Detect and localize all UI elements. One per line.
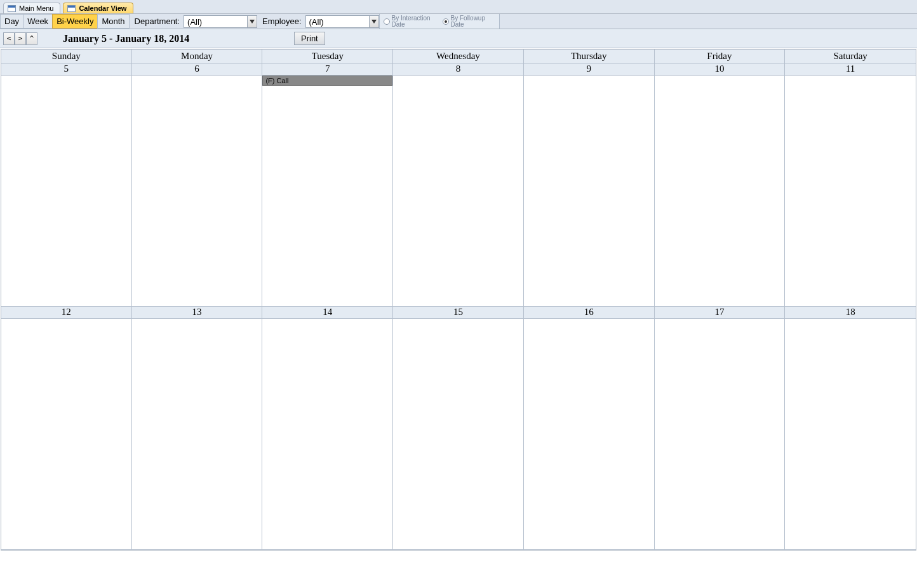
day-cell[interactable] [524,76,655,307]
tab-calendar-view[interactable]: Calendar View [63,3,133,13]
day-header-row: Sunday Monday Tuesday Wednesday Thursday… [1,50,916,63]
employee-label: Employee: [257,14,305,29]
nav-buttons: < > ^ [3,32,37,45]
radio-by-interaction[interactable]: By Interaction Date [384,15,436,28]
view-biweekly-button[interactable]: Bi-Weekly [52,14,97,29]
day-header: Monday [132,50,263,63]
date-num-row: 12 13 14 15 16 17 18 [1,307,916,319]
nav-row: < > ^ January 5 - January 18, 2014 Print [0,29,917,48]
date-num-row: 5 6 7 8 9 10 11 [1,63,916,76]
calendar-grid: Sunday Monday Tuesday Wednesday Thursday… [1,49,916,551]
date-number[interactable]: 8 [393,63,524,76]
up-button[interactable]: ^ [26,32,37,45]
date-number[interactable]: 18 [785,307,916,319]
day-header: Sunday [1,50,132,63]
day-cell[interactable] [132,319,263,550]
date-number[interactable]: 17 [655,307,786,319]
date-number[interactable]: 12 [1,307,132,319]
date-number[interactable]: 7 [262,63,393,76]
date-number[interactable]: 13 [132,307,263,319]
radio-icon [443,18,449,25]
radio-label: By Followup Date [451,15,495,28]
svg-marker-0 [250,20,255,23]
date-number[interactable]: 6 [132,63,263,76]
day-cell[interactable] [655,319,786,550]
dropdown-icon[interactable] [247,15,257,28]
date-number[interactable]: 10 [655,63,786,76]
day-cell[interactable] [785,319,916,550]
day-header: Tuesday [262,50,393,63]
day-cell[interactable] [785,76,916,307]
day-header: Thursday [524,50,655,63]
tab-label: Main Menu [19,4,53,12]
toolbar: Day Week Bi-Weekly Month Department: Emp… [0,14,917,29]
date-number[interactable]: 16 [524,307,655,319]
day-cell[interactable] [393,76,524,307]
day-cell[interactable] [132,76,263,307]
next-button[interactable]: > [15,32,26,45]
tab-label: Calendar View [79,4,126,12]
svg-marker-1 [371,20,377,23]
week-row [1,319,916,550]
date-number[interactable]: 11 [785,63,916,76]
day-cell[interactable] [1,76,132,307]
week-row: (F) Call [1,76,916,307]
view-day-button[interactable]: Day [0,14,23,29]
calendar-event[interactable]: (F) Call [262,76,392,86]
print-button[interactable]: Print [294,32,325,45]
day-header: Friday [655,50,786,63]
employee-input[interactable] [305,15,369,28]
day-header: Wednesday [393,50,524,63]
department-combo[interactable] [184,15,257,28]
day-cell[interactable] [1,319,132,550]
form-icon [67,5,76,12]
day-cell[interactable]: (F) Call [262,76,393,307]
date-number[interactable]: 5 [1,63,132,76]
date-number[interactable]: 15 [393,307,524,319]
dropdown-icon[interactable] [369,15,379,28]
date-range-label: January 5 - January 18, 2014 [63,33,189,44]
date-number[interactable]: 9 [524,63,655,76]
date-filter-radio-group: By Interaction Date By Followup Date [379,14,500,29]
day-cell[interactable] [655,76,786,307]
prev-button[interactable]: < [3,32,15,45]
date-number[interactable]: 14 [262,307,393,319]
radio-label: By Interaction Date [392,15,436,28]
day-cell[interactable] [262,319,393,550]
day-cell[interactable] [393,319,524,550]
department-label: Department: [130,14,184,29]
view-month-button[interactable]: Month [97,14,129,29]
day-cell[interactable] [524,319,655,550]
radio-icon [384,18,390,25]
form-icon [8,5,16,12]
day-header: Saturday [785,50,916,63]
employee-combo[interactable] [305,15,379,28]
department-input[interactable] [184,15,247,28]
radio-by-followup[interactable]: By Followup Date [443,15,495,28]
tab-main-menu[interactable]: Main Menu [3,3,60,13]
window-tabs-bar: Main Menu Calendar View [0,0,917,14]
view-week-button[interactable]: Week [23,14,52,29]
